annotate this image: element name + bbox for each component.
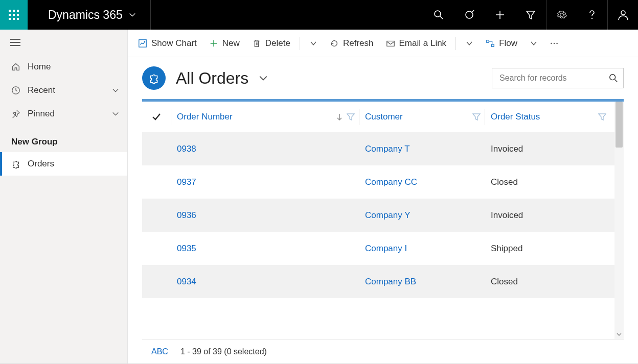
svg-line-10	[440, 16, 443, 19]
plus-icon	[209, 39, 218, 48]
email-dropdown[interactable]	[460, 36, 478, 51]
separator	[300, 37, 300, 50]
funnel-icon	[526, 10, 536, 20]
search-records-box[interactable]	[492, 68, 624, 88]
cell-customer[interactable]: Company CC	[359, 177, 485, 187]
brand-switcher[interactable]: Dynamics 365	[28, 0, 151, 30]
cell-customer[interactable]: Company BB	[359, 277, 485, 287]
cell-order-number[interactable]: 0938	[171, 144, 359, 154]
puzzle-icon	[11, 159, 20, 168]
chevron-down-icon	[309, 39, 317, 48]
svg-rect-6	[9, 18, 11, 20]
ellipsis-icon	[550, 42, 558, 45]
cmd-label: Refresh	[343, 38, 374, 48]
svg-point-30	[610, 75, 616, 80]
add-button[interactable]	[485, 0, 515, 30]
cell-order-number[interactable]: 0935	[171, 244, 359, 254]
cell-status: Invoiced	[485, 144, 610, 154]
search-input[interactable]	[499, 74, 609, 83]
table-row[interactable]: 0934Company BBClosed	[142, 265, 614, 298]
grid-rows: 0938Company TInvoiced0937Company CCClose…	[142, 132, 614, 339]
svg-point-9	[435, 11, 441, 17]
svg-point-15	[591, 18, 593, 19]
home-icon	[11, 62, 20, 71]
show-chart-button[interactable]: Show Chart	[133, 35, 202, 52]
top-bar: Dynamics 365	[0, 0, 638, 30]
filter-button[interactable]	[515, 0, 546, 30]
sidebar-item-label: Home	[28, 62, 119, 72]
sidebar-item-recent[interactable]: Recent	[0, 79, 127, 102]
sidebar-item-pinned[interactable]: Pinned	[0, 102, 127, 126]
svg-point-28	[554, 42, 555, 44]
cell-order-number[interactable]: 0936	[171, 210, 359, 221]
cell-customer[interactable]: Company Y	[359, 210, 485, 221]
cmd-label: Show Chart	[151, 38, 197, 48]
table-row[interactable]: 0938Company TInvoiced	[142, 132, 614, 165]
search-button[interactable]	[423, 0, 454, 30]
sort-desc-icon[interactable]	[335, 113, 344, 121]
sidebar-item-label: Recent	[28, 85, 105, 95]
new-button[interactable]: New	[204, 35, 245, 52]
account-button[interactable]	[607, 0, 638, 30]
svg-rect-7	[13, 18, 15, 20]
person-icon	[618, 9, 629, 20]
flow-button[interactable]: Flow	[481, 35, 522, 52]
sidebar: Home Recent Pinned New Group Orders	[0, 30, 128, 363]
checkmark-icon	[151, 112, 162, 122]
cmd-label: Flow	[499, 38, 517, 48]
command-bar: Show Chart New Delete Refresh	[128, 30, 638, 57]
sidebar-item-home[interactable]: Home	[0, 55, 127, 79]
table-row[interactable]: 0935Company IShipped	[142, 232, 614, 265]
help-button[interactable]	[577, 0, 607, 30]
email-link-button[interactable]: Email a Link	[381, 35, 452, 52]
column-order-status[interactable]: Order Status	[485, 102, 610, 132]
grid-scrollbar[interactable]	[614, 102, 624, 339]
svg-rect-1	[13, 10, 15, 12]
grid-footer: ABC 1 - 39 of 39 (0 selected)	[142, 339, 624, 363]
more-commands-button[interactable]	[545, 39, 563, 48]
select-all-toggle[interactable]	[142, 102, 171, 132]
view-header: All Orders	[128, 57, 638, 99]
cell-order-number[interactable]: 0937	[171, 177, 359, 187]
funnel-icon[interactable]	[598, 113, 606, 121]
nav-collapse-button[interactable]	[0, 30, 127, 55]
scrollbar-thumb[interactable]	[616, 102, 623, 148]
settings-button[interactable]	[546, 0, 577, 30]
chart-icon	[138, 39, 147, 48]
question-icon	[587, 10, 597, 20]
refresh-button[interactable]: Refresh	[325, 35, 379, 52]
cell-customer[interactable]: Company I	[359, 244, 485, 254]
column-headers: Order Number Customer Order Status	[142, 102, 614, 132]
table-row[interactable]: 0936Company YInvoiced	[142, 199, 614, 232]
scroll-down-button[interactable]	[614, 332, 624, 337]
cmd-label: Delete	[265, 38, 290, 48]
svg-rect-26	[492, 44, 494, 46]
alpha-filter[interactable]: ABC	[151, 347, 168, 356]
mail-icon	[386, 39, 395, 48]
cmd-label: New	[222, 38, 240, 48]
svg-point-16	[621, 11, 625, 15]
cell-status: Shipped	[485, 244, 610, 254]
funnel-icon[interactable]	[347, 113, 355, 121]
sidebar-item-label: Pinned	[28, 109, 105, 119]
svg-rect-5	[17, 14, 19, 16]
column-label: Order Status	[491, 112, 598, 122]
svg-point-29	[556, 42, 558, 44]
funnel-icon[interactable]	[472, 113, 481, 121]
cell-status: Invoiced	[485, 210, 610, 221]
cell-customer[interactable]: Company T	[359, 144, 485, 154]
app-launcher-button[interactable]	[0, 0, 28, 30]
svg-rect-8	[17, 18, 19, 20]
delete-dropdown[interactable]	[304, 36, 323, 51]
task-button[interactable]	[454, 0, 485, 30]
search-icon[interactable]	[609, 74, 618, 83]
column-customer[interactable]: Customer	[359, 102, 485, 132]
sidebar-item-orders[interactable]: Orders	[0, 152, 127, 176]
flow-dropdown[interactable]	[525, 36, 543, 51]
svg-point-27	[551, 42, 552, 44]
delete-button[interactable]: Delete	[247, 35, 295, 52]
cell-order-number[interactable]: 0934	[171, 277, 359, 287]
column-order-number[interactable]: Order Number	[171, 102, 359, 132]
view-switcher[interactable]	[259, 74, 268, 83]
table-row[interactable]: 0937Company CCClosed	[142, 165, 614, 199]
